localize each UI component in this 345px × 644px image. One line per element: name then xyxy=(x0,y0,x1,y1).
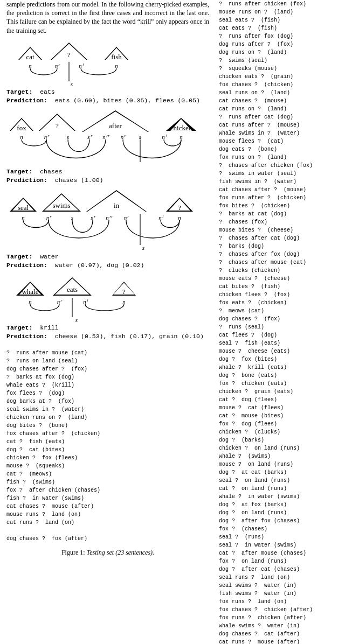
ex1-links xyxy=(12,43,152,87)
testing-set-list: ? runs after mouse (cat) ? runs on land … xyxy=(6,349,209,543)
intro-paragraph: sample predictions from our model. In th… xyxy=(6,0,209,35)
ex2-links xyxy=(6,113,206,166)
training-set-list: ? runs after chicken (fox) mouse runs on… xyxy=(219,0,342,644)
ex4-links xyxy=(12,277,157,323)
ex1-target-pred: Target: eats Prediction: eats (0.60), bi… xyxy=(6,88,209,105)
page: sample predictions from our model. In th… xyxy=(0,0,345,644)
figure-1-caption: Figure 1: Testing set (23 sentences). xyxy=(6,548,209,557)
example-4: whale eats ? n nʳ nˡ n s Target: krill P… xyxy=(6,277,209,341)
example-2: .tri-big::after{left:-60px !important;to… xyxy=(6,113,209,185)
example-3: .tri-big2::after{left:-54px !important;t… xyxy=(6,192,209,270)
ex3-links xyxy=(6,192,206,251)
right-column: ? runs after chicken (fox) mouse runs on… xyxy=(216,0,345,644)
ex2-target-pred: Target: chases Prediction: chases (1.00) xyxy=(6,167,209,185)
left-column: sample predictions from our model. In th… xyxy=(0,0,216,644)
example-1: .diagram-block .triangle::after{left:-20… xyxy=(6,43,209,105)
ex3-target-pred: Target: water Prediction: water (0.97), … xyxy=(6,253,209,270)
ex4-target-pred: Target: krill Prediction: cheese (0.53),… xyxy=(6,324,209,341)
